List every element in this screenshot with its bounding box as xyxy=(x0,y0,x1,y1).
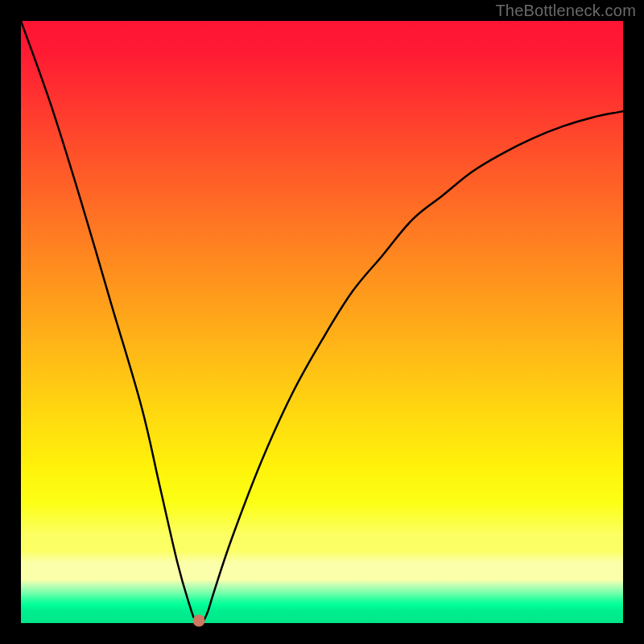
chart-frame: TheBottleneck.com xyxy=(0,0,644,644)
plot-area xyxy=(21,21,623,623)
optimal-point-marker xyxy=(192,615,204,627)
watermark-text: TheBottleneck.com xyxy=(495,2,636,20)
bottleneck-curve xyxy=(21,21,623,623)
